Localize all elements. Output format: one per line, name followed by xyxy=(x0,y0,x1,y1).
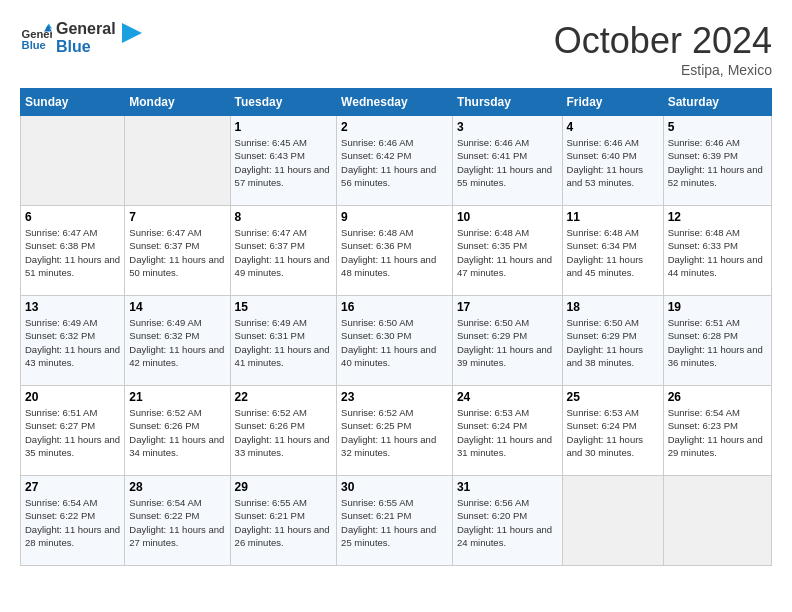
day-number: 6 xyxy=(25,210,120,224)
week-row-5: 27Sunrise: 6:54 AMSunset: 6:22 PMDayligh… xyxy=(21,476,772,566)
header-wednesday: Wednesday xyxy=(337,89,453,116)
cell-content: Sunrise: 6:48 AMSunset: 6:34 PMDaylight:… xyxy=(567,226,659,279)
calendar-cell: 18Sunrise: 6:50 AMSunset: 6:29 PMDayligh… xyxy=(562,296,663,386)
cell-content: Sunrise: 6:48 AMSunset: 6:35 PMDaylight:… xyxy=(457,226,558,279)
day-number: 18 xyxy=(567,300,659,314)
day-number: 27 xyxy=(25,480,120,494)
calendar-cell: 28Sunrise: 6:54 AMSunset: 6:22 PMDayligh… xyxy=(125,476,230,566)
cell-content: Sunrise: 6:47 AMSunset: 6:37 PMDaylight:… xyxy=(129,226,225,279)
cell-content: Sunrise: 6:54 AMSunset: 6:23 PMDaylight:… xyxy=(668,406,767,459)
day-number: 17 xyxy=(457,300,558,314)
day-number: 19 xyxy=(668,300,767,314)
header-monday: Monday xyxy=(125,89,230,116)
week-row-4: 20Sunrise: 6:51 AMSunset: 6:27 PMDayligh… xyxy=(21,386,772,476)
title-area: October 2024 Estipa, Mexico xyxy=(554,20,772,78)
day-number: 24 xyxy=(457,390,558,404)
cell-content: Sunrise: 6:50 AMSunset: 6:29 PMDaylight:… xyxy=(567,316,659,369)
day-number: 1 xyxy=(235,120,333,134)
calendar-cell: 10Sunrise: 6:48 AMSunset: 6:35 PMDayligh… xyxy=(452,206,562,296)
day-number: 28 xyxy=(129,480,225,494)
cell-content: Sunrise: 6:50 AMSunset: 6:29 PMDaylight:… xyxy=(457,316,558,369)
cell-content: Sunrise: 6:46 AMSunset: 6:42 PMDaylight:… xyxy=(341,136,448,189)
calendar-cell xyxy=(125,116,230,206)
calendar-cell: 11Sunrise: 6:48 AMSunset: 6:34 PMDayligh… xyxy=(562,206,663,296)
calendar-cell: 5Sunrise: 6:46 AMSunset: 6:39 PMDaylight… xyxy=(663,116,771,206)
day-number: 14 xyxy=(129,300,225,314)
calendar-cell: 23Sunrise: 6:52 AMSunset: 6:25 PMDayligh… xyxy=(337,386,453,476)
day-number: 8 xyxy=(235,210,333,224)
month-title: October 2024 xyxy=(554,20,772,62)
calendar-cell: 29Sunrise: 6:55 AMSunset: 6:21 PMDayligh… xyxy=(230,476,337,566)
page-header: General Blue General Blue October 2024 E… xyxy=(20,20,772,78)
header-saturday: Saturday xyxy=(663,89,771,116)
cell-content: Sunrise: 6:55 AMSunset: 6:21 PMDaylight:… xyxy=(341,496,448,549)
logo-line2: Blue xyxy=(56,38,116,56)
calendar-cell: 26Sunrise: 6:54 AMSunset: 6:23 PMDayligh… xyxy=(663,386,771,476)
week-row-2: 6Sunrise: 6:47 AMSunset: 6:38 PMDaylight… xyxy=(21,206,772,296)
calendar-cell: 6Sunrise: 6:47 AMSunset: 6:38 PMDaylight… xyxy=(21,206,125,296)
calendar-cell: 8Sunrise: 6:47 AMSunset: 6:37 PMDaylight… xyxy=(230,206,337,296)
header-sunday: Sunday xyxy=(21,89,125,116)
cell-content: Sunrise: 6:51 AMSunset: 6:27 PMDaylight:… xyxy=(25,406,120,459)
week-row-1: 1Sunrise: 6:45 AMSunset: 6:43 PMDaylight… xyxy=(21,116,772,206)
day-number: 22 xyxy=(235,390,333,404)
calendar-cell: 17Sunrise: 6:50 AMSunset: 6:29 PMDayligh… xyxy=(452,296,562,386)
cell-content: Sunrise: 6:53 AMSunset: 6:24 PMDaylight:… xyxy=(457,406,558,459)
day-number: 3 xyxy=(457,120,558,134)
day-number: 16 xyxy=(341,300,448,314)
cell-content: Sunrise: 6:49 AMSunset: 6:32 PMDaylight:… xyxy=(129,316,225,369)
calendar-cell: 1Sunrise: 6:45 AMSunset: 6:43 PMDaylight… xyxy=(230,116,337,206)
day-number: 20 xyxy=(25,390,120,404)
calendar-cell: 20Sunrise: 6:51 AMSunset: 6:27 PMDayligh… xyxy=(21,386,125,476)
header-friday: Friday xyxy=(562,89,663,116)
calendar-cell: 31Sunrise: 6:56 AMSunset: 6:20 PMDayligh… xyxy=(452,476,562,566)
cell-content: Sunrise: 6:48 AMSunset: 6:33 PMDaylight:… xyxy=(668,226,767,279)
calendar-cell: 19Sunrise: 6:51 AMSunset: 6:28 PMDayligh… xyxy=(663,296,771,386)
day-number: 12 xyxy=(668,210,767,224)
cell-content: Sunrise: 6:50 AMSunset: 6:30 PMDaylight:… xyxy=(341,316,448,369)
day-number: 25 xyxy=(567,390,659,404)
header-tuesday: Tuesday xyxy=(230,89,337,116)
cell-content: Sunrise: 6:53 AMSunset: 6:24 PMDaylight:… xyxy=(567,406,659,459)
cell-content: Sunrise: 6:54 AMSunset: 6:22 PMDaylight:… xyxy=(25,496,120,549)
cell-content: Sunrise: 6:46 AMSunset: 6:39 PMDaylight:… xyxy=(668,136,767,189)
calendar-cell: 4Sunrise: 6:46 AMSunset: 6:40 PMDaylight… xyxy=(562,116,663,206)
day-number: 7 xyxy=(129,210,225,224)
calendar-cell xyxy=(21,116,125,206)
calendar-cell: 25Sunrise: 6:53 AMSunset: 6:24 PMDayligh… xyxy=(562,386,663,476)
calendar-cell: 15Sunrise: 6:49 AMSunset: 6:31 PMDayligh… xyxy=(230,296,337,386)
calendar-cell: 22Sunrise: 6:52 AMSunset: 6:26 PMDayligh… xyxy=(230,386,337,476)
cell-content: Sunrise: 6:47 AMSunset: 6:38 PMDaylight:… xyxy=(25,226,120,279)
day-number: 26 xyxy=(668,390,767,404)
week-row-3: 13Sunrise: 6:49 AMSunset: 6:32 PMDayligh… xyxy=(21,296,772,386)
day-number: 5 xyxy=(668,120,767,134)
cell-content: Sunrise: 6:46 AMSunset: 6:40 PMDaylight:… xyxy=(567,136,659,189)
calendar-cell: 7Sunrise: 6:47 AMSunset: 6:37 PMDaylight… xyxy=(125,206,230,296)
cell-content: Sunrise: 6:45 AMSunset: 6:43 PMDaylight:… xyxy=(235,136,333,189)
calendar-cell: 9Sunrise: 6:48 AMSunset: 6:36 PMDaylight… xyxy=(337,206,453,296)
calendar-cell xyxy=(562,476,663,566)
day-number: 11 xyxy=(567,210,659,224)
cell-content: Sunrise: 6:52 AMSunset: 6:26 PMDaylight:… xyxy=(235,406,333,459)
day-number: 29 xyxy=(235,480,333,494)
logo-icon: General Blue xyxy=(20,22,52,54)
calendar-cell: 16Sunrise: 6:50 AMSunset: 6:30 PMDayligh… xyxy=(337,296,453,386)
location: Estipa, Mexico xyxy=(554,62,772,78)
calendar-cell xyxy=(663,476,771,566)
logo-line1: General xyxy=(56,20,116,38)
cell-content: Sunrise: 6:55 AMSunset: 6:21 PMDaylight:… xyxy=(235,496,333,549)
header-row: SundayMondayTuesdayWednesdayThursdayFrid… xyxy=(21,89,772,116)
logo: General Blue General Blue xyxy=(20,20,142,55)
cell-content: Sunrise: 6:49 AMSunset: 6:32 PMDaylight:… xyxy=(25,316,120,369)
day-number: 21 xyxy=(129,390,225,404)
svg-marker-4 xyxy=(122,23,142,43)
calendar-cell: 12Sunrise: 6:48 AMSunset: 6:33 PMDayligh… xyxy=(663,206,771,296)
calendar-cell: 30Sunrise: 6:55 AMSunset: 6:21 PMDayligh… xyxy=(337,476,453,566)
cell-content: Sunrise: 6:47 AMSunset: 6:37 PMDaylight:… xyxy=(235,226,333,279)
cell-content: Sunrise: 6:56 AMSunset: 6:20 PMDaylight:… xyxy=(457,496,558,549)
day-number: 4 xyxy=(567,120,659,134)
logo-arrow-icon xyxy=(122,23,142,43)
calendar-cell: 14Sunrise: 6:49 AMSunset: 6:32 PMDayligh… xyxy=(125,296,230,386)
day-number: 2 xyxy=(341,120,448,134)
cell-content: Sunrise: 6:52 AMSunset: 6:26 PMDaylight:… xyxy=(129,406,225,459)
